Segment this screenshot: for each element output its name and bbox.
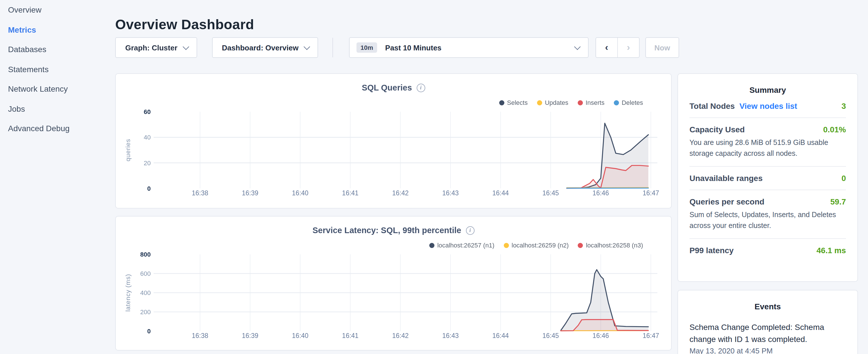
- summary-row-p99-latency: P99 latency 46.1 ms: [689, 239, 846, 262]
- graph-scope-dropdown-label: Graph: Cluster: [125, 43, 177, 52]
- svg-text:16:43: 16:43: [442, 332, 459, 340]
- svg-text:16:38: 16:38: [192, 332, 208, 340]
- qps-description: Sum of Selects, Updates, Inserts, and De…: [689, 210, 846, 231]
- summary-panel: Summary Total Nodes View nodes list 3 Ca…: [677, 73, 858, 282]
- svg-text:40: 40: [144, 134, 151, 141]
- svg-text:16:39: 16:39: [242, 332, 258, 340]
- summary-panel-title: Summary: [689, 74, 846, 95]
- svg-text:16:42: 16:42: [392, 332, 409, 340]
- svg-text:16:39: 16:39: [242, 189, 258, 197]
- sidebar-item-databases[interactable]: Databases: [0, 39, 115, 59]
- p99-latency-label: P99 latency: [689, 246, 734, 255]
- capacity-used-label: Capacity Used: [689, 125, 745, 134]
- sidebar-item-jobs[interactable]: Jobs: [0, 99, 115, 119]
- sql-queries-chart-card: SQL QueriesiSelectsUpdatesInsertsDeletes…: [115, 73, 672, 208]
- capacity-used-description: You are using 28.6 MiB of 515.9 GiB usab…: [689, 137, 846, 159]
- svg-text:800: 800: [140, 251, 151, 258]
- summary-row-capacity: Capacity Used 0.01% You are using 28.6 M…: [689, 118, 846, 167]
- chevron-down-icon: [304, 43, 310, 50]
- svg-text:16:47: 16:47: [643, 332, 659, 340]
- page-title: Overview Dashboard: [115, 16, 254, 33]
- svg-text:queries: queries: [124, 139, 131, 161]
- summary-row-total-nodes: Total Nodes View nodes list 3: [689, 95, 846, 118]
- chart-plot[interactable]: 16:3816:3916:4016:4116:4216:4316:4416:45…: [116, 74, 672, 203]
- time-range-label: Past 10 Minutes: [385, 43, 442, 52]
- app-root: OverviewMetricsDatabasesStatementsNetwor…: [0, 0, 868, 354]
- time-step-buttons: ‹ ›: [595, 37, 640, 58]
- svg-text:latency (ms): latency (ms): [124, 274, 131, 312]
- svg-text:60: 60: [144, 108, 151, 116]
- time-step-back-button[interactable]: ‹: [596, 38, 618, 57]
- events-panel: Events Schema Change Completed: Schema c…: [677, 290, 858, 354]
- sidebar-item-advanced-debug[interactable]: Advanced Debug: [0, 119, 115, 138]
- capacity-used-value: 0.01%: [823, 125, 846, 134]
- service-latency-chart-card: Service Latency: SQL, 99th percentileilo…: [115, 216, 672, 351]
- total-nodes-value: 3: [841, 101, 846, 110]
- p99-latency-value: 46.1 ms: [816, 246, 846, 255]
- sidebar-item-metrics[interactable]: Metrics: [0, 20, 115, 39]
- dashboard-dropdown[interactable]: Dashboard: Overview: [212, 37, 318, 58]
- sidebar-nav-list: OverviewMetricsDatabasesStatementsNetwor…: [0, 0, 115, 138]
- chevron-down-icon: [574, 43, 581, 50]
- svg-text:16:45: 16:45: [542, 189, 559, 197]
- svg-text:600: 600: [140, 270, 151, 277]
- graph-scope-dropdown[interactable]: Graph: Cluster: [115, 37, 197, 58]
- total-nodes-label: Total Nodes: [689, 101, 735, 110]
- time-step-forward-button[interactable]: ›: [618, 38, 639, 57]
- svg-text:16:45: 16:45: [542, 332, 559, 340]
- unavailable-ranges-value: 0: [841, 173, 846, 183]
- events-panel-title: Events: [689, 290, 846, 311]
- controls-divider: [333, 38, 333, 57]
- summary-row-unavailable-ranges: Unavailable ranges 0: [689, 167, 846, 190]
- svg-text:200: 200: [140, 309, 151, 316]
- svg-text:16:43: 16:43: [442, 189, 459, 197]
- svg-text:16:40: 16:40: [292, 332, 309, 340]
- svg-text:16:46: 16:46: [593, 332, 609, 340]
- event-item-timestamp: May 13, 2020 at 4:45 PM: [689, 347, 846, 354]
- time-now-button[interactable]: Now: [645, 37, 679, 58]
- svg-text:16:38: 16:38: [192, 189, 208, 197]
- svg-text:0: 0: [147, 328, 151, 335]
- svg-text:16:42: 16:42: [392, 189, 409, 197]
- sidebar: OverviewMetricsDatabasesStatementsNetwor…: [0, 0, 115, 354]
- svg-text:0: 0: [147, 185, 151, 192]
- svg-text:16:40: 16:40: [292, 189, 309, 197]
- time-range-selector[interactable]: 10m Past 10 Minutes: [349, 37, 589, 58]
- svg-text:16:44: 16:44: [492, 189, 509, 197]
- svg-text:16:41: 16:41: [342, 332, 359, 340]
- qps-label: Queries per second: [689, 197, 764, 206]
- sidebar-item-network-latency[interactable]: Network Latency: [0, 79, 115, 99]
- sidebar-item-overview[interactable]: Overview: [0, 0, 115, 20]
- svg-text:16:44: 16:44: [492, 332, 509, 340]
- qps-value: 59.7: [831, 197, 846, 206]
- time-range-badge: 10m: [356, 42, 377, 53]
- chart-plot[interactable]: 16:3816:3916:4016:4116:4216:4316:4416:45…: [116, 217, 672, 346]
- svg-text:20: 20: [144, 160, 151, 167]
- event-item-text[interactable]: Schema Change Completed: Schema change w…: [689, 321, 846, 345]
- summary-row-qps: Queries per second 59.7 Sum of Selects, …: [689, 190, 846, 239]
- svg-text:16:41: 16:41: [342, 189, 359, 197]
- svg-text:16:46: 16:46: [593, 189, 609, 197]
- svg-text:16:47: 16:47: [643, 189, 659, 197]
- sidebar-item-statements[interactable]: Statements: [0, 59, 115, 79]
- view-nodes-list-link[interactable]: View nodes list: [739, 101, 797, 110]
- chevron-down-icon: [183, 43, 189, 50]
- dashboard-dropdown-label: Dashboard: Overview: [222, 43, 298, 52]
- svg-text:400: 400: [140, 289, 151, 296]
- unavailable-ranges-label: Unavailable ranges: [689, 173, 763, 183]
